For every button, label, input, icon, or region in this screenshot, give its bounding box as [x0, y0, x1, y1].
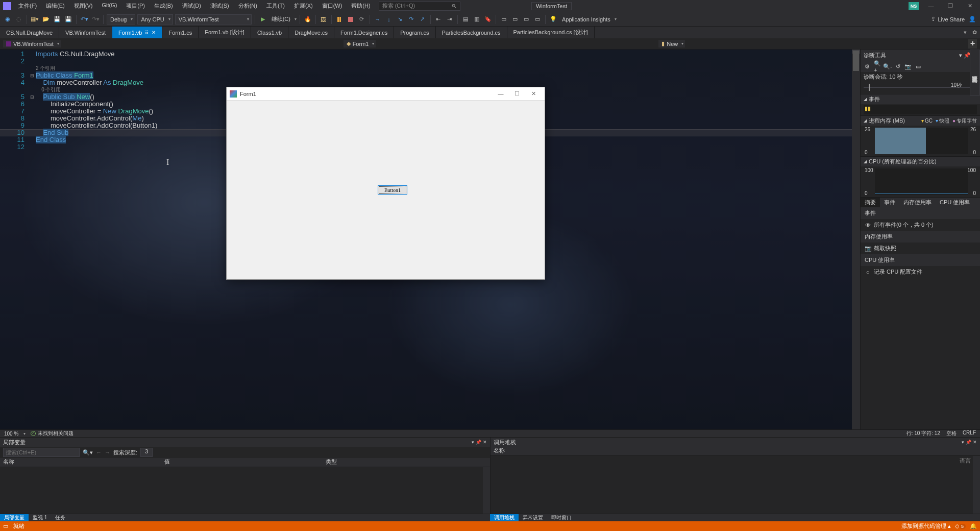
maximize-icon[interactable]: ❐ [943, 1, 958, 11]
btab-locals[interactable]: 局部变量 [0, 514, 29, 521]
t4-icon[interactable]: ▭ [533, 15, 542, 24]
step-into-sub-icon[interactable]: → [373, 15, 382, 24]
insights-icon[interactable]: 💡 [549, 15, 558, 24]
browser-icon[interactable]: 🖼 [319, 15, 328, 24]
zoom-level[interactable]: 100 % [4, 431, 18, 437]
cpu-chart[interactable]: 100 0 100 0 [864, 167, 977, 196]
search-go-icon[interactable]: 🔍▾ [83, 449, 93, 456]
target-dropdown[interactable]: VB.WinformTest [175, 14, 252, 25]
feedback-icon[interactable]: 👤 [968, 15, 977, 24]
tab-designer[interactable]: Form1.Designer.cs [334, 27, 394, 38]
tab-class1[interactable]: Class1.vb [251, 27, 288, 38]
diag-item-allevents[interactable]: 👁所有事件(0 个，共 0 个) [861, 219, 980, 231]
diag-cpu-header[interactable]: ◢CPU (所有处理器的百分比) [861, 157, 980, 166]
tab-form1vb[interactable]: Form1.vb ⠿ ✕ [112, 27, 162, 38]
btab-tasks[interactable]: 任务 [51, 514, 69, 521]
menu-file[interactable]: 文件(F) [14, 1, 41, 11]
lang-column[interactable]: 语言 [958, 456, 973, 466]
continue-label[interactable]: 继续(C) [270, 15, 292, 23]
nav-split-icon[interactable]: ✚ [968, 39, 977, 49]
tab-form1vb-design[interactable]: Form1.vb [设计] [199, 27, 251, 38]
diag-events-header[interactable]: ◢事件 [861, 94, 980, 104]
scrollbar-thumb[interactable] [853, 51, 859, 71]
tab-dragmove[interactable]: DragMove.cs [288, 27, 334, 38]
form-client-area[interactable]: Button1 [227, 101, 545, 279]
editor-scrollbar[interactable] [852, 50, 860, 429]
col-name2[interactable]: 名称 [494, 447, 977, 455]
continue-icon[interactable]: ▶ [258, 15, 267, 24]
diag-zoom-in-icon[interactable]: 🔍+ [874, 63, 881, 70]
open-icon[interactable]: 📂 [41, 15, 51, 24]
tab-program[interactable]: Program.cs [394, 27, 435, 38]
minimize-icon[interactable]: — [924, 1, 938, 11]
insights-label[interactable]: Application Insights [560, 16, 612, 22]
menu-tools[interactable]: 工具(T) [262, 1, 289, 11]
nav-fwd-icon[interactable]: ◌ [14, 15, 23, 24]
form-maximize-icon[interactable]: ☐ [509, 88, 525, 100]
menu-extensions[interactable]: 扩展(X) [290, 1, 317, 11]
nav-member-dropdown[interactable]: ▮ New [658, 40, 685, 47]
diag-item-record[interactable]: ○记录 CPU 配置文件 [861, 266, 980, 278]
tabs-overflow-icon[interactable]: ▾ [962, 29, 969, 36]
menu-analyze[interactable]: 分析(N) [234, 1, 261, 11]
show-next-icon[interactable]: ↓ [384, 15, 394, 24]
stop-icon[interactable] [346, 15, 355, 24]
btab-callstack[interactable]: 调用堆栈 [490, 514, 519, 521]
locals-scrollbar[interactable] [483, 467, 490, 514]
step-over-icon[interactable]: ↷ [407, 15, 416, 24]
diag-dropdown-icon[interactable]: ▾ [959, 52, 962, 59]
panel-close-icon[interactable]: ✕ [483, 440, 487, 445]
diag-tab-memory[interactable]: 内存使用率 [899, 198, 936, 207]
bookmark-icon[interactable]: 🔖 [483, 15, 493, 24]
tab-close-icon[interactable]: ✕ [152, 30, 156, 35]
indent-more-icon[interactable]: ⇥ [445, 15, 454, 24]
panel-pin-icon[interactable]: 📌 [476, 440, 481, 445]
diag-snapshot-icon[interactable]: 📷 [904, 63, 912, 70]
close-icon[interactable]: ✕ [963, 1, 977, 11]
config-dropdown[interactable]: Debug [107, 14, 135, 25]
redo-icon[interactable]: ↷▾ [91, 15, 100, 24]
diag-memory-header[interactable]: ◢进程内存 (MB) ▾GC ▾快照 ●专用字节 [861, 116, 980, 126]
diag-tab-summary[interactable]: 摘要 [861, 198, 880, 207]
menu-edit[interactable]: 编辑(E) [42, 1, 69, 11]
hot-reload-icon[interactable]: 🔥 [303, 15, 312, 24]
nav-class-dropdown[interactable]: ◆ Form1 [344, 40, 376, 47]
platform-dropdown[interactable]: Any CPU [137, 14, 173, 25]
form-minimize-icon[interactable]: — [493, 88, 509, 100]
menu-debug[interactable]: 调试(D) [178, 1, 205, 11]
diagnostics-timeline[interactable]: 10秒 [864, 82, 977, 94]
diag-item-snapshot[interactable]: 📷截取快照 [861, 243, 980, 254]
menu-test[interactable]: 测试(S) [206, 1, 233, 11]
form-close-icon[interactable]: ✕ [525, 88, 542, 100]
status-debug-icon[interactable]: ▭ [3, 523, 8, 529]
toolbox-side-tab[interactable]: 数据源 工具箱 [970, 50, 980, 95]
search-depth-input[interactable]: 3 [140, 448, 153, 457]
running-form-window[interactable]: Form1 — ☐ ✕ Button1 [226, 87, 545, 280]
no-issues-indicator[interactable]: 未找到相关问题 [31, 430, 74, 437]
pin-icon[interactable]: ⠿ [145, 30, 149, 35]
diag-tab-events[interactable]: 事件 [880, 198, 899, 207]
live-share-button[interactable]: ⇪ Live Share [931, 16, 965, 22]
tab-form1cs[interactable]: Form1.cs [162, 27, 199, 38]
title-search-input[interactable]: 搜索 (Ctrl+Q) 🔍︎ [379, 2, 460, 11]
nav-right-icon[interactable]: → [105, 449, 110, 455]
menu-git[interactable]: Git(G) [97, 1, 121, 11]
tab-vbwinform[interactable]: VB.WinformTest [59, 27, 112, 38]
col-name[interactable]: 名称 [3, 458, 164, 467]
diag-reset-icon[interactable]: ↺ [894, 63, 901, 70]
memory-chart[interactable]: 26 0 26 0 [864, 127, 977, 155]
diag-settings-icon[interactable]: ⚙ [864, 63, 871, 70]
tabs-settings-icon[interactable]: ✿ [971, 29, 978, 36]
tab-csnull[interactable]: CS.Null.DragMove [0, 27, 59, 38]
menu-view[interactable]: 视图(V) [70, 1, 97, 11]
btab-watch[interactable]: 监视 1 [29, 514, 51, 521]
form-title-bar[interactable]: Form1 — ☐ ✕ [227, 87, 545, 101]
col-value[interactable]: 值 [164, 458, 326, 467]
pause-icon[interactable] [335, 15, 344, 24]
nav-back-icon[interactable]: ◉ [3, 15, 12, 24]
tab-particles-design[interactable]: ParticlesBackground.cs [设计] [507, 27, 595, 38]
locals-body[interactable] [0, 467, 490, 514]
diag-tool-icon[interactable]: ▭ [915, 63, 922, 70]
diag-zoom-out-icon[interactable]: 🔍- [884, 63, 891, 70]
diag-tab-cpu[interactable]: CPU 使用率 [936, 198, 974, 207]
